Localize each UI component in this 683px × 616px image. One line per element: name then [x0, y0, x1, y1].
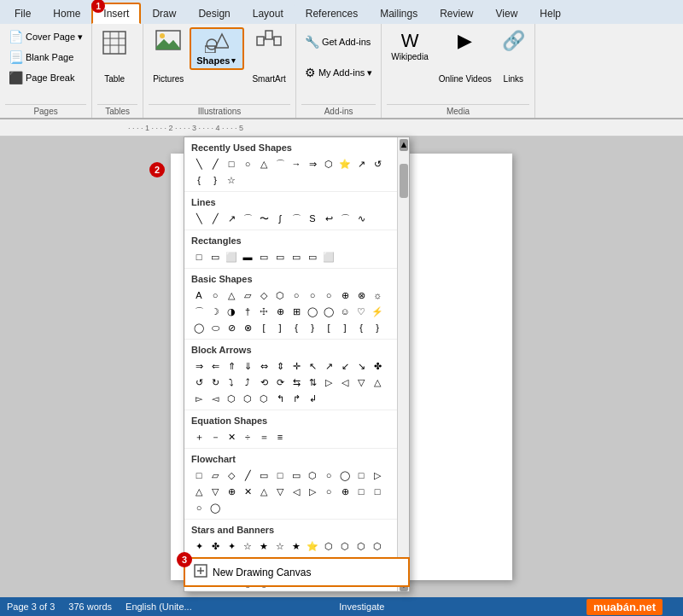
shape-item[interactable]: ⟲ — [256, 375, 271, 390]
shape-item[interactable]: ↱ — [289, 391, 304, 406]
shape-item[interactable]: ⌒ — [289, 211, 304, 226]
shape-item[interactable]: ⇕ — [272, 358, 288, 374]
shape-item[interactable]: { — [191, 172, 207, 188]
shape-item[interactable]: ◯ — [207, 500, 223, 515]
blank-page-button[interactable]: 📃 Blank Page — [5, 49, 86, 65]
shape-item[interactable]: ╲ — [191, 211, 207, 226]
shape-item[interactable]: △ — [256, 484, 271, 499]
shape-item[interactable]: ↩ — [321, 211, 336, 226]
tab-help[interactable]: Help — [528, 3, 572, 24]
tab-draw[interactable]: Draw — [141, 3, 187, 24]
shape-item[interactable]: ⤵ — [224, 375, 239, 390]
shape-item[interactable]: ⭐ — [305, 538, 320, 554]
shape-item[interactable]: ⌒ — [272, 156, 288, 171]
shape-item[interactable]: ⟳ — [272, 375, 288, 390]
shape-item[interactable]: [ — [256, 320, 271, 335]
shape-item[interactable]: ▭ — [256, 249, 271, 264]
shape-item[interactable]: ☆ — [272, 538, 288, 554]
shapes-button[interactable]: Shapes ▾ — [190, 27, 244, 70]
shape-item[interactable]: ↰ — [272, 391, 288, 406]
shape-item[interactable]: † — [240, 304, 255, 319]
shape-item[interactable]: ○ — [321, 484, 336, 499]
my-addins-button[interactable]: ⚙ My Add-ins ▾ — [301, 65, 376, 80]
shape-item[interactable]: ⬡ — [256, 391, 271, 406]
shape-item[interactable]: ⇒ — [191, 358, 207, 374]
tab-review[interactable]: Review — [429, 3, 484, 24]
shape-item[interactable]: ⌒ — [240, 211, 255, 226]
shape-item[interactable]: ⚡ — [370, 304, 385, 319]
shape-item[interactable]: ☼ — [370, 288, 385, 303]
shape-item[interactable]: □ — [370, 484, 385, 499]
shape-item[interactable]: ⊘ — [224, 320, 239, 335]
shape-item[interactable]: ☺ — [337, 304, 353, 319]
cover-page-button[interactable]: 📄 Cover Page ▾ — [5, 29, 86, 44]
shape-item[interactable]: [ — [321, 320, 336, 335]
new-drawing-canvas-button[interactable]: New Drawing Canvas 3 — [184, 557, 410, 587]
shape-item[interactable]: ⬡ — [305, 468, 320, 483]
shape-item[interactable]: ⇑ — [224, 358, 239, 374]
shape-item[interactable]: ⬡ — [321, 538, 336, 554]
shape-item[interactable]: ▭ — [289, 249, 304, 264]
shape-item[interactable]: ↖ — [305, 358, 320, 374]
shape-item[interactable]: ⇆ — [289, 375, 304, 390]
shape-item[interactable]: ⬡ — [370, 538, 385, 554]
shape-item[interactable]: S — [305, 211, 320, 226]
shape-item[interactable]: ⬜ — [224, 249, 239, 264]
shape-item[interactable]: } — [207, 172, 223, 188]
shape-item[interactable]: △ — [224, 288, 239, 303]
shape-item[interactable]: ∫ — [272, 211, 288, 226]
shape-item[interactable]: ◁ — [289, 484, 304, 499]
shape-item[interactable]: ☆ — [240, 538, 255, 554]
tab-layout[interactable]: Layout — [242, 3, 295, 24]
shape-item[interactable]: ⬭ — [207, 320, 223, 335]
shape-item[interactable]: ÷ — [240, 429, 255, 445]
shape-item[interactable]: ⊕ — [224, 484, 239, 499]
shape-item[interactable]: ⬡ — [321, 156, 336, 171]
shape-item[interactable]: ✦ — [191, 538, 207, 554]
shape-item[interactable]: △ — [256, 156, 271, 171]
shape-item[interactable]: ○ — [321, 468, 336, 483]
shape-item[interactable]: ◑ — [224, 304, 239, 319]
shape-item[interactable]: ▽ — [272, 484, 288, 499]
shape-item[interactable]: 〜 — [256, 211, 271, 226]
shape-item[interactable]: ◯ — [321, 304, 336, 319]
shape-item[interactable]: △ — [191, 484, 207, 499]
shape-item[interactable]: ↺ — [370, 156, 385, 171]
get-addins-button[interactable]: 🔧 Get Add-ins — [301, 34, 376, 49]
shape-item[interactable]: ⬜ — [321, 249, 336, 264]
shape-item[interactable]: △ — [370, 375, 385, 390]
shape-item[interactable]: ⬡ — [272, 288, 288, 303]
links-button[interactable]: 🔗 Links — [498, 27, 529, 87]
shape-item[interactable]: ↲ — [305, 391, 320, 406]
shape-item[interactable]: □ — [191, 468, 207, 483]
page-break-button[interactable]: ⬛ Page Break — [5, 70, 86, 85]
shape-item[interactable]: ○ — [240, 156, 255, 171]
shape-item[interactable]: ╲ — [191, 156, 207, 171]
shape-item[interactable]: □ — [224, 156, 239, 171]
shape-item[interactable]: ╱ — [207, 211, 223, 226]
shape-item[interactable]: ▭ — [305, 249, 320, 264]
shape-item[interactable]: ★ — [256, 538, 271, 554]
shape-item[interactable]: ◇ — [224, 468, 239, 483]
shape-item[interactable]: ◯ — [191, 320, 207, 335]
shape-item[interactable]: ↘ — [353, 358, 369, 374]
shape-item[interactable]: ▭ — [289, 468, 304, 483]
shape-item[interactable]: ✤ — [207, 538, 223, 554]
shape-item[interactable]: → — [289, 156, 304, 171]
shape-item[interactable]: ▬ — [240, 249, 255, 264]
shape-item[interactable]: □ — [353, 484, 369, 499]
shape-item[interactable]: ◯ — [305, 304, 320, 319]
shape-item[interactable]: ↙ — [337, 358, 353, 374]
shape-item[interactable]: ⤴ — [240, 375, 255, 390]
shape-item[interactable]: ○ — [207, 288, 223, 303]
shape-item[interactable]: ] — [337, 320, 353, 335]
shape-item[interactable]: ⊕ — [272, 304, 288, 319]
tab-design[interactable]: Design — [187, 3, 241, 24]
shape-item[interactable]: ☽ — [207, 304, 223, 319]
shape-item[interactable]: ∿ — [353, 211, 369, 226]
tab-file[interactable]: File — [3, 3, 42, 24]
shape-item[interactable]: □ — [272, 468, 288, 483]
shape-item[interactable]: ▷ — [321, 375, 336, 390]
shape-item[interactable]: ＋ — [191, 429, 207, 445]
shape-item[interactable]: ▭ — [272, 249, 288, 264]
